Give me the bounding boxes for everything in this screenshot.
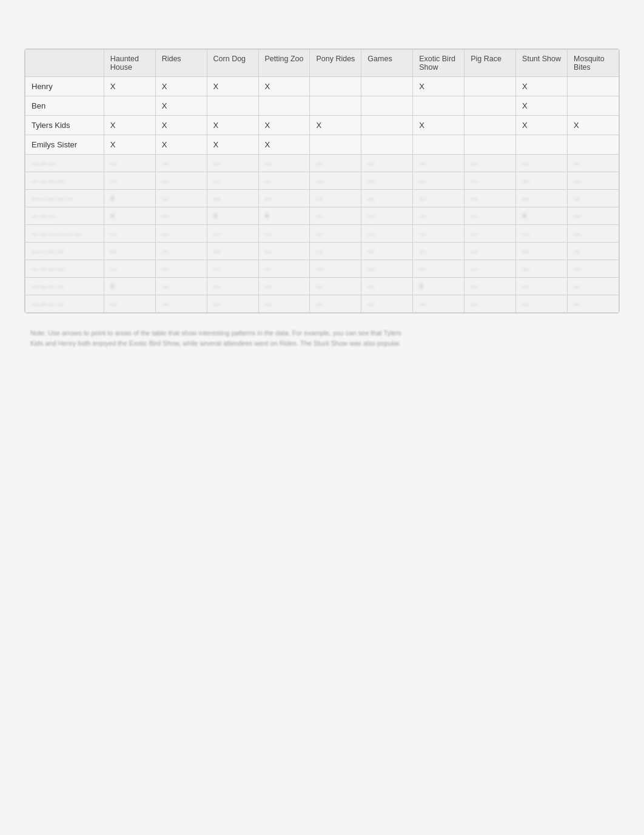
table-row-blurred: — — — — — ——————————— (25, 225, 619, 243)
row-cell-blurred: — (258, 155, 310, 172)
row-cell: X (104, 116, 155, 135)
row-cell-blurred: — (568, 172, 619, 190)
row-cell: X (310, 116, 361, 135)
row-cell (104, 96, 155, 116)
row-cell-blurred: — (516, 278, 568, 295)
table-row: Tylers KidsXXXXXXXX (25, 116, 619, 135)
table-row-blurred: — — — — —X————————— (25, 190, 619, 207)
row-cell: X (155, 116, 207, 135)
table-row-blurred: — — — —X—————X——— (25, 278, 619, 295)
row-name-blurred: — — — (25, 207, 104, 225)
row-cell-blurred: — (361, 172, 413, 190)
row-cell: X (207, 135, 258, 155)
row-name-blurred: — — — (25, 155, 104, 172)
row-cell-blurred: — (155, 295, 207, 313)
row-cell-blurred: — (310, 225, 361, 243)
row-cell: X (568, 116, 619, 135)
col-header-pig-race: Pig Race (465, 50, 516, 77)
row-cell-blurred: — (207, 278, 258, 295)
row-cell-blurred: — (104, 295, 155, 313)
row-cell-blurred: — (516, 225, 568, 243)
row-cell-blurred: — (361, 260, 413, 278)
row-cell (465, 116, 516, 135)
row-cell-blurred: — (310, 172, 361, 190)
row-cell-blurred: — (104, 172, 155, 190)
row-cell-blurred: — (413, 295, 465, 313)
row-cell (361, 135, 413, 155)
col-header-name (25, 50, 104, 77)
row-cell-blurred: — (361, 190, 413, 207)
row-cell: X (516, 96, 568, 116)
row-cell-blurred: — (104, 225, 155, 243)
row-cell (361, 77, 413, 96)
row-cell: X (104, 135, 155, 155)
row-cell (310, 77, 361, 96)
row-name: Henry (25, 77, 104, 96)
row-cell-blurred: — (155, 172, 207, 190)
row-cell-blurred: — (207, 172, 258, 190)
row-name-blurred: — — — — — — (25, 225, 104, 243)
col-header-exotic-bird-show: Exotic Bird Show (413, 50, 465, 77)
row-cell-blurred: — (207, 243, 258, 260)
row-cell (465, 77, 516, 96)
row-cell-blurred: — (465, 190, 516, 207)
row-cell-blurred: — (310, 207, 361, 225)
row-cell-blurred: — (465, 260, 516, 278)
row-cell: X (155, 135, 207, 155)
row-cell: X (155, 96, 207, 116)
col-header-pony-rides: Pony Rides (310, 50, 361, 77)
row-cell-blurred: — (155, 207, 207, 225)
row-cell-blurred: — (258, 172, 310, 190)
row-cell-blurred: — (310, 260, 361, 278)
row-cell-blurred: — (568, 260, 619, 278)
col-header-corn-dog: Corn Dog (207, 50, 258, 77)
row-cell-blurred: — (361, 207, 413, 225)
row-cell-blurred: — (465, 225, 516, 243)
row-cell-blurred: — (516, 243, 568, 260)
row-cell (568, 77, 619, 96)
row-cell-blurred: X (104, 278, 155, 295)
row-cell-blurred: — (310, 190, 361, 207)
row-cell (361, 116, 413, 135)
row-cell-blurred: — (465, 155, 516, 172)
row-cell-blurred: — (516, 295, 568, 313)
row-cell-blurred: — (413, 225, 465, 243)
row-cell-blurred: — (516, 172, 568, 190)
row-cell-blurred: X (104, 190, 155, 207)
table-row-blurred: — — — ——————————— (25, 260, 619, 278)
row-cell-blurred: X (258, 207, 310, 225)
row-cell (516, 135, 568, 155)
table-row-blurred: — — —X—XX————X— (25, 207, 619, 225)
row-cell-blurred: X (516, 207, 568, 225)
row-name-blurred: — — — — — (25, 190, 104, 207)
footnote-text: Note: Use arrows to point to areas of th… (24, 328, 412, 348)
row-cell-blurred: — (310, 278, 361, 295)
row-cell (465, 135, 516, 155)
row-cell-blurred: — (155, 225, 207, 243)
row-cell-blurred: — (258, 278, 310, 295)
table-header-row: Haunted House Rides Corn Dog Petting Zoo… (25, 50, 619, 77)
row-cell-blurred: — (568, 295, 619, 313)
row-name-blurred: — — — — (25, 243, 104, 260)
row-cell-blurred: — (155, 278, 207, 295)
row-cell: X (413, 77, 465, 96)
row-cell: X (516, 77, 568, 96)
row-cell-blurred: — (361, 225, 413, 243)
row-cell-blurred: — (568, 278, 619, 295)
row-cell-blurred: — (104, 260, 155, 278)
row-cell-blurred: — (413, 260, 465, 278)
row-cell: X (258, 116, 310, 135)
row-name-blurred: — — — — (25, 295, 104, 313)
row-cell-blurred: — (465, 243, 516, 260)
row-cell-blurred: X (413, 278, 465, 295)
row-cell (568, 135, 619, 155)
row-cell-blurred: — (413, 207, 465, 225)
row-cell (258, 96, 310, 116)
row-cell: X (516, 116, 568, 135)
row-cell-blurred: — (155, 155, 207, 172)
col-header-games: Games (361, 50, 413, 77)
row-cell-blurred: — (413, 155, 465, 172)
row-name: Tylers Kids (25, 116, 104, 135)
row-cell-blurred: — (413, 172, 465, 190)
table-row-blurred: — — ——————————— (25, 155, 619, 172)
